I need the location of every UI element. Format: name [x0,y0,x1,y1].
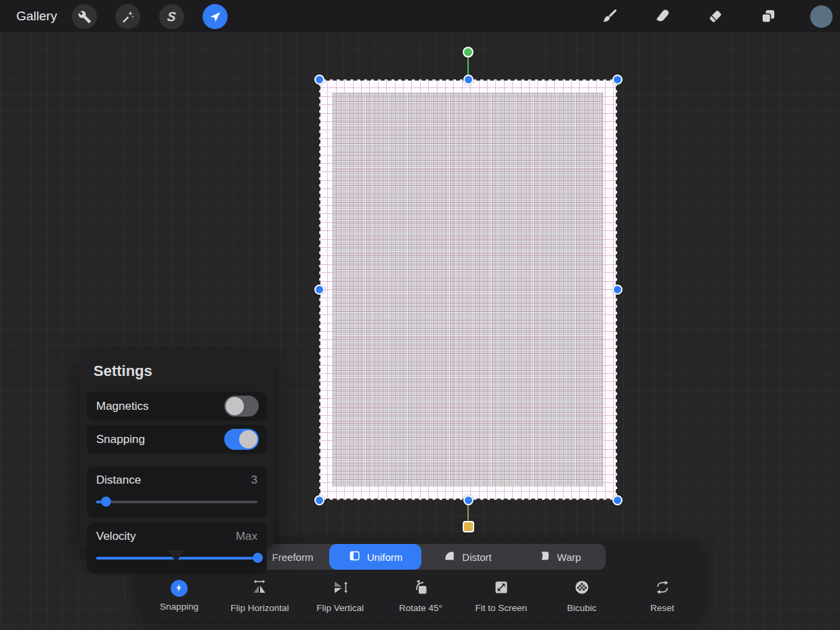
layers-icon [760,8,776,24]
mode-label: Distort [462,551,491,563]
toggle-knob [226,397,244,415]
snapping-row: Snapping [87,425,267,454]
fit-to-screen-icon [492,579,510,598]
action-label: Rotate 45° [399,603,442,613]
mode-warp[interactable]: Warp [513,544,606,570]
magnetics-toggle[interactable] [224,396,259,417]
paint-button[interactable] [601,7,618,25]
distort-icon [443,549,456,564]
uniform-icon [348,549,361,564]
handle-top-right[interactable] [612,75,623,85]
fit-to-screen-button[interactable]: Fit to Screen [461,574,541,617]
shear-handle[interactable] [463,521,474,532]
magnetics-row: Magnetics [87,392,267,421]
handle-bottom-left[interactable] [314,495,324,505]
action-label: Reset [650,603,674,613]
transform-mode-segmented: Freeform Uniform Distort [237,544,606,570]
graph-paper-grid [333,93,604,486]
handle-mid-right[interactable] [612,285,623,295]
warp-icon [538,549,551,564]
rotate-45-icon [412,579,429,598]
eraser-icon [707,8,723,24]
selection-button[interactable]: S [159,4,184,29]
action-label: Flip Vertical [316,603,364,613]
mode-label: Uniform [367,551,403,563]
slider-thumb[interactable] [253,553,263,563]
rotate-45-button[interactable]: Rotate 45° [381,574,461,617]
snapping-toggle[interactable] [224,429,259,450]
document-canvas[interactable] [319,79,617,500]
snapping-settings-popup: Settings Magnetics Snapping Distance 3 [80,350,274,551]
transform-actions-row: Snapping Flip Horizontal [139,574,702,617]
bicubic-icon [573,579,591,598]
brush-icon [602,8,618,24]
distance-group: Distance 3 [87,467,267,518]
handle-top-left[interactable] [314,75,324,85]
mode-label: Freeform [272,551,314,563]
wrench-icon [78,10,91,24]
slider-track [96,501,257,503]
handle-bottom-center[interactable] [463,495,474,505]
handle-top-center[interactable] [463,75,474,85]
action-label: Fit to Screen [476,603,528,613]
bicubic-button[interactable]: Bicubic [541,574,622,617]
mode-label: Warp [557,551,581,563]
flip-horizontal-icon [251,579,268,598]
magnetics-label: Magnetics [96,400,148,413]
procreate-transform-screen: Gallery S [0,0,840,630]
smudge-finger-icon [654,8,671,24]
velocity-value: Max [236,530,257,543]
handle-bottom-right[interactable] [612,495,623,505]
reset-icon [654,579,671,598]
distance-label: Distance [96,474,141,487]
transform-arrow-icon [209,10,222,24]
rotation-handle[interactable] [463,47,474,58]
flip-vertical-icon [331,579,349,598]
snapping-button[interactable]: Snapping [139,574,219,617]
magic-wand-icon [121,10,135,24]
flip-horizontal-button[interactable]: Flip Horizontal [219,574,300,617]
action-label: Snapping [160,602,198,612]
smudge-button[interactable] [654,7,671,25]
adjustments-button[interactable] [115,4,140,29]
popup-tail-arrow [167,550,186,562]
actions-button[interactable] [72,4,97,29]
erase-button[interactable] [707,7,724,25]
distance-value: 3 [251,474,257,487]
transform-button[interactable] [203,4,228,29]
mode-distort[interactable]: Distort [421,544,513,570]
snapping-label: Snapping [96,433,145,446]
flip-vertical-button[interactable]: Flip Vertical [300,574,381,617]
toggle-knob [239,430,257,448]
layers-button[interactable] [759,7,777,25]
gallery-button[interactable]: Gallery [16,0,57,33]
slider-thumb[interactable] [101,497,111,507]
mode-uniform[interactable]: Uniform [329,544,421,570]
selection-s-icon: S [167,9,177,24]
color-swatch-circle[interactable] [810,5,833,28]
reset-button[interactable]: Reset [622,574,702,617]
velocity-label: Velocity [96,530,136,543]
distance-slider[interactable] [96,497,257,507]
action-label: Bicubic [567,603,597,613]
popup-title: Settings [80,350,274,380]
velocity-group: Velocity Max [87,523,267,574]
rotation-handle-line [467,58,469,75]
top-toolbar: Gallery S [0,0,840,33]
snapping-bolt-icon [171,580,188,597]
action-label: Flip Horizontal [230,603,289,613]
handle-mid-left[interactable] [314,285,324,295]
shear-handle-line [467,505,469,521]
